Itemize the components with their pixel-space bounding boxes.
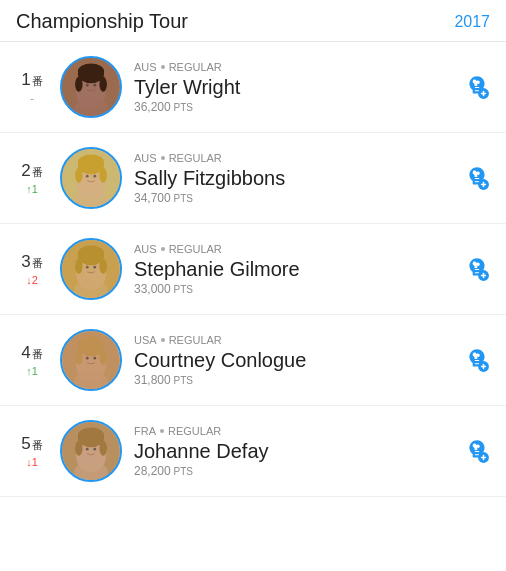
svg-point-54 [86, 357, 89, 360]
country-type-johanne-defay: FRA REGULAR [134, 425, 452, 437]
surfer-row: 4番↑1 USA REGULAR Courtney Conlog [0, 315, 506, 406]
rank-number-courtney-conlogue: 4番 [21, 343, 42, 363]
surfer-name-johanne-defay: Johanne Defay [134, 439, 452, 463]
svg-point-39 [93, 266, 96, 269]
rank-number-tyler-wright: 1番 [21, 70, 42, 90]
page-header: Championship Tour 2017 [0, 0, 506, 42]
surfer-info-courtney-conlogue: USA REGULAR Courtney Conlogue31,800 PTS [134, 334, 452, 387]
svg-rect-31 [483, 182, 485, 187]
surfer-name-stephanie-gilmore: Stephanie Gilmore [134, 257, 452, 281]
dot-separator [161, 156, 165, 160]
svg-point-75 [99, 441, 106, 456]
country-type-courtney-conlogue: USA REGULAR [134, 334, 452, 346]
svg-point-6 [86, 84, 89, 87]
svg-point-59 [99, 350, 106, 365]
svg-rect-15 [483, 91, 485, 96]
svg-point-41 [78, 246, 104, 261]
dot-separator [161, 338, 165, 342]
dot-separator [161, 247, 165, 251]
type-label: REGULAR [169, 152, 222, 164]
surfer-info-stephanie-gilmore: AUS REGULAR Stephanie Gilmore33,000 PTS [134, 243, 452, 296]
rank-section-johanne-defay: 5番↓1 [16, 434, 48, 468]
svg-point-43 [99, 259, 106, 274]
svg-point-42 [75, 259, 82, 274]
svg-point-55 [93, 357, 96, 360]
avatar-johanne-defay [60, 420, 122, 482]
svg-point-38 [86, 266, 89, 269]
svg-point-22 [86, 175, 89, 178]
rank-section-sally-fitzgibbons: 2番↑1 [16, 161, 48, 195]
country-label: FRA [134, 425, 156, 437]
rank-change-stephanie-gilmore: ↓2 [26, 274, 38, 286]
rank-change-courtney-conlogue: ↑1 [26, 365, 38, 377]
surfer-name-tyler-wright: Tyler Wright [134, 75, 452, 99]
avatar-courtney-conlogue [60, 329, 122, 391]
surfer-points-sally-fitzgibbons: 34,700 PTS [134, 191, 452, 205]
rank-change-tyler-wright: - [30, 92, 34, 104]
svg-point-57 [78, 337, 104, 352]
type-label: REGULAR [169, 243, 222, 255]
svg-rect-79 [483, 455, 485, 460]
page-title: Championship Tour [16, 10, 188, 33]
svg-point-70 [86, 448, 89, 451]
dot-separator [160, 429, 164, 433]
country-type-stephanie-gilmore: AUS REGULAR [134, 243, 452, 255]
surfer-row: 5番↓1 FRA REGULAR Johanne Defay28 [0, 406, 506, 497]
avatar-tyler-wright [60, 56, 122, 118]
svg-point-27 [99, 168, 106, 183]
rank-number-stephanie-gilmore: 3番 [21, 252, 42, 272]
add-surfer-button-tyler-wright[interactable] [464, 74, 490, 100]
dot-separator [161, 65, 165, 69]
surfer-points-stephanie-gilmore: 33,000 PTS [134, 282, 452, 296]
svg-point-10 [75, 77, 82, 92]
type-label: REGULAR [168, 425, 221, 437]
avatar-sally-fitzgibbons [60, 147, 122, 209]
add-surfer-button-courtney-conlogue[interactable] [464, 347, 490, 373]
surfer-list: 1番- AUS REGULAR Tyler Wright36,2 [0, 42, 506, 497]
add-surfer-button-stephanie-gilmore[interactable] [464, 256, 490, 282]
surfer-name-courtney-conlogue: Courtney Conlogue [134, 348, 452, 372]
svg-point-11 [99, 77, 106, 92]
country-label: AUS [134, 152, 157, 164]
avatar-stephanie-gilmore [60, 238, 122, 300]
surfer-info-tyler-wright: AUS REGULAR Tyler Wright36,200 PTS [134, 61, 452, 114]
svg-point-73 [78, 428, 104, 443]
add-surfer-button-johanne-defay[interactable] [464, 438, 490, 464]
surfer-points-tyler-wright: 36,200 PTS [134, 100, 452, 114]
country-label: AUS [134, 243, 157, 255]
svg-rect-47 [483, 273, 485, 278]
type-label: REGULAR [169, 61, 222, 73]
svg-point-9 [78, 64, 104, 79]
svg-point-7 [93, 84, 96, 87]
rank-change-johanne-defay: ↓1 [26, 456, 38, 468]
country-label: AUS [134, 61, 157, 73]
rank-section-tyler-wright: 1番- [16, 70, 48, 104]
svg-point-74 [75, 441, 82, 456]
surfer-info-johanne-defay: FRA REGULAR Johanne Defay28,200 PTS [134, 425, 452, 478]
rank-change-sally-fitzgibbons: ↑1 [26, 183, 38, 195]
rank-section-stephanie-gilmore: 3番↓2 [16, 252, 48, 286]
svg-point-71 [93, 448, 96, 451]
svg-point-58 [75, 350, 82, 365]
country-type-sally-fitzgibbons: AUS REGULAR [134, 152, 452, 164]
surfer-points-johanne-defay: 28,200 PTS [134, 464, 452, 478]
svg-point-26 [75, 168, 82, 183]
surfer-row: 3番↓2 AUS REGULAR Stephanie Gilmo [0, 224, 506, 315]
svg-point-23 [93, 175, 96, 178]
type-label: REGULAR [169, 334, 222, 346]
surfer-row: 2番↑1 AUS REGULAR Sally Fitzgibbo [0, 133, 506, 224]
rank-section-courtney-conlogue: 4番↑1 [16, 343, 48, 377]
surfer-points-courtney-conlogue: 31,800 PTS [134, 373, 452, 387]
svg-point-25 [78, 155, 104, 170]
rank-number-johanne-defay: 5番 [21, 434, 42, 454]
surfer-info-sally-fitzgibbons: AUS REGULAR Sally Fitzgibbons34,700 PTS [134, 152, 452, 205]
rank-number-sally-fitzgibbons: 2番 [21, 161, 42, 181]
country-type-tyler-wright: AUS REGULAR [134, 61, 452, 73]
svg-rect-63 [483, 364, 485, 369]
year-selector[interactable]: 2017 [454, 13, 490, 31]
country-label: USA [134, 334, 157, 346]
add-surfer-button-sally-fitzgibbons[interactable] [464, 165, 490, 191]
surfer-row: 1番- AUS REGULAR Tyler Wright36,2 [0, 42, 506, 133]
surfer-name-sally-fitzgibbons: Sally Fitzgibbons [134, 166, 452, 190]
